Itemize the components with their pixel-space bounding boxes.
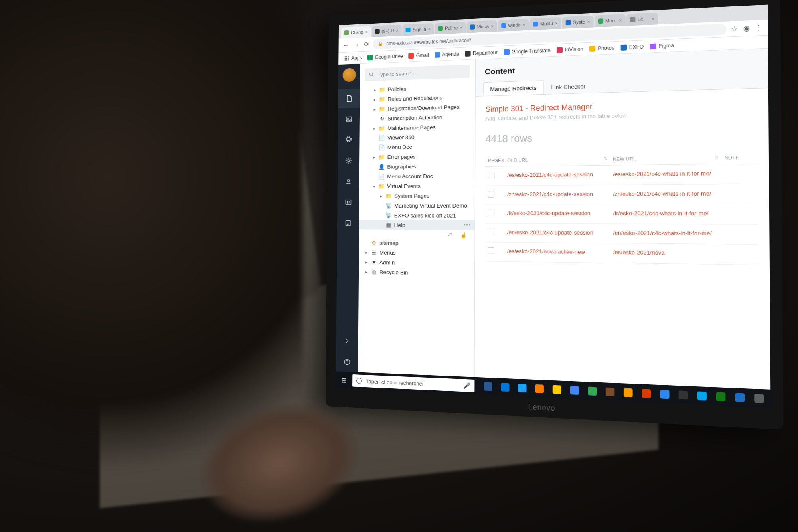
col-note[interactable]: NOTE <box>721 151 757 164</box>
close-icon[interactable]: × <box>428 26 431 31</box>
chevron-icon[interactable]: ▾ <box>372 184 376 188</box>
browser-tab[interactable]: Chang × <box>341 26 371 38</box>
tree-node[interactable]: 📄 Menu Account Doc <box>359 171 475 182</box>
row-checkbox[interactable] <box>488 191 494 198</box>
tree-node[interactable]: 👤 Biographies <box>359 161 475 172</box>
taskbar-app-icon[interactable] <box>656 387 673 401</box>
browser-tab[interactable]: Virtua × <box>466 20 497 33</box>
close-icon[interactable]: × <box>523 22 525 27</box>
table-row[interactable]: /es/esko-2021/c4c-update-session /es/esk… <box>485 164 757 186</box>
rail-settings-icon[interactable] <box>338 130 360 150</box>
table-row[interactable]: /fr/esko-2021/c4c-update-session /fr/esk… <box>485 204 758 224</box>
browser-tab[interactable]: Lit × <box>626 12 658 26</box>
close-icon[interactable]: × <box>491 24 494 29</box>
tree-node[interactable]: 📡 Marketing Virtual Event Demo <box>359 200 475 210</box>
nav-reload-icon[interactable]: ⟳ <box>363 40 370 48</box>
tree-node[interactable]: ▸ 📁 System Pages <box>359 190 475 201</box>
browser-tab[interactable]: (9+) U × <box>372 25 402 37</box>
app-logo[interactable] <box>343 68 356 82</box>
table-row[interactable]: /zh/esko-2021/c4c-update-session /zh/esk… <box>485 184 758 204</box>
taskbar-app-icon[interactable] <box>675 388 691 402</box>
mic-icon[interactable]: 🎤 <box>463 382 470 389</box>
taskbar-app-icon[interactable] <box>498 380 513 394</box>
start-button[interactable]: ⊞ <box>338 376 350 384</box>
close-icon[interactable]: × <box>555 20 558 26</box>
tree-search[interactable]: Type to search... <box>365 65 470 81</box>
rail-forms-icon[interactable] <box>337 214 359 233</box>
row-checkbox[interactable] <box>488 210 494 216</box>
bookmark-item[interactable]: Agenda <box>435 51 459 58</box>
tree-node[interactable]: ▸ 🗑 Recycle Bin <box>359 267 474 278</box>
tree-node[interactable]: ▸ ☰ Menus <box>359 247 474 259</box>
rail-expand-icon[interactable] <box>336 331 358 351</box>
rail-help-icon[interactable] <box>336 352 358 372</box>
taskbar-app-icon[interactable] <box>750 391 768 405</box>
tab-link-checker[interactable]: Link Checker <box>544 79 593 94</box>
taskbar-app-icon[interactable] <box>567 384 583 397</box>
tab-manage-redirects[interactable]: Manage Redirects <box>483 80 544 96</box>
bookmark-item[interactable]: Google Translate <box>504 47 551 55</box>
tree-node[interactable]: ▾ 📁 Virtual Events <box>359 180 475 191</box>
rail-users-icon[interactable] <box>338 172 359 191</box>
chevron-icon[interactable]: ▸ <box>373 107 377 111</box>
chevron-icon[interactable]: ▸ <box>364 250 368 255</box>
bookmark-item[interactable]: Photos <box>589 45 614 51</box>
browser-tab[interactable]: Mon × <box>595 14 626 27</box>
taskbar-app-icon[interactable] <box>712 390 729 403</box>
browser-tab[interactable]: MusLi × <box>529 17 561 30</box>
bookmark-item[interactable]: Apps <box>344 55 362 61</box>
browser-tab[interactable]: Syste × <box>562 16 594 29</box>
row-checkbox[interactable] <box>488 229 494 235</box>
bookmark-item[interactable]: EXFO <box>620 44 644 50</box>
chevron-icon[interactable]: ▸ <box>364 260 368 264</box>
taskbar-app-icon[interactable] <box>620 386 636 400</box>
row-checkbox[interactable] <box>488 172 495 178</box>
close-icon[interactable]: × <box>396 28 399 33</box>
tree-node[interactable]: 📡 EXFO sales kick-off 2021 <box>359 210 475 220</box>
chevron-icon[interactable]: ▸ <box>372 155 376 159</box>
tree-node[interactable]: ⚙ sitemap <box>359 238 475 249</box>
close-icon[interactable]: × <box>460 25 462 30</box>
star-icon[interactable]: ☆ <box>730 24 739 33</box>
taskbar-app-icon[interactable] <box>584 384 600 398</box>
nav-back-icon[interactable]: ← <box>342 42 350 49</box>
browser-tab[interactable]: windo × <box>498 19 529 32</box>
node-actions-icon[interactable]: ••• <box>464 222 471 228</box>
table-row[interactable]: /es/esko-2021/nova-active-new /es/esko-2… <box>485 242 758 265</box>
rail-content-icon[interactable] <box>338 89 360 108</box>
browser-tab[interactable]: Pull re × <box>435 22 466 34</box>
tree-action-icon[interactable]: ☝ <box>460 232 467 237</box>
bookmark-item[interactable]: Google Drive <box>367 53 403 60</box>
tree-node[interactable]: ▸ 📁 Error pages <box>359 151 475 162</box>
taskbar-app-icon[interactable] <box>531 382 547 396</box>
close-icon[interactable]: × <box>651 16 654 21</box>
menu-icon[interactable]: ⋮ <box>755 23 763 32</box>
taskbar-app-icon[interactable] <box>602 385 618 399</box>
bookmark-item[interactable]: Depanneur <box>465 49 498 57</box>
chevron-icon[interactable]: ▸ <box>373 97 377 101</box>
close-icon[interactable]: × <box>587 19 590 24</box>
profile-icon[interactable]: ◉ <box>742 24 751 33</box>
browser-tab[interactable]: Sign in × <box>403 23 434 36</box>
bookmark-item[interactable]: InVision <box>557 46 583 53</box>
rail-gear-icon[interactable] <box>338 151 359 170</box>
rail-media-icon[interactable] <box>338 109 360 129</box>
col-regex[interactable]: REGEX <box>485 154 505 166</box>
rail-members-icon[interactable] <box>337 193 359 212</box>
taskbar-app-icon[interactable] <box>693 389 711 403</box>
taskbar-search[interactable]: Taper ici pour rechercher 🎤 <box>352 374 474 392</box>
tree-action-icon[interactable]: ↶ <box>448 232 452 237</box>
taskbar-app-icon[interactable] <box>731 390 749 405</box>
close-icon[interactable]: × <box>619 18 622 23</box>
close-icon[interactable]: × <box>365 30 368 34</box>
bookmark-item[interactable]: Gmail <box>409 52 429 59</box>
chevron-icon[interactable]: ▸ <box>372 126 376 131</box>
chevron-icon[interactable]: ▸ <box>364 269 368 274</box>
taskbar-app-icon[interactable] <box>549 383 565 396</box>
chevron-icon[interactable]: ▸ <box>379 194 383 198</box>
bookmark-item[interactable]: Figma <box>650 42 674 49</box>
table-row[interactable]: /en/esko-2021/c4c-update-session /en/esk… <box>485 223 758 244</box>
taskbar-app-icon[interactable] <box>638 386 654 400</box>
col-old-url[interactable]: OLD URL⇅ <box>505 153 610 166</box>
taskbar-app-icon[interactable] <box>480 380 496 393</box>
